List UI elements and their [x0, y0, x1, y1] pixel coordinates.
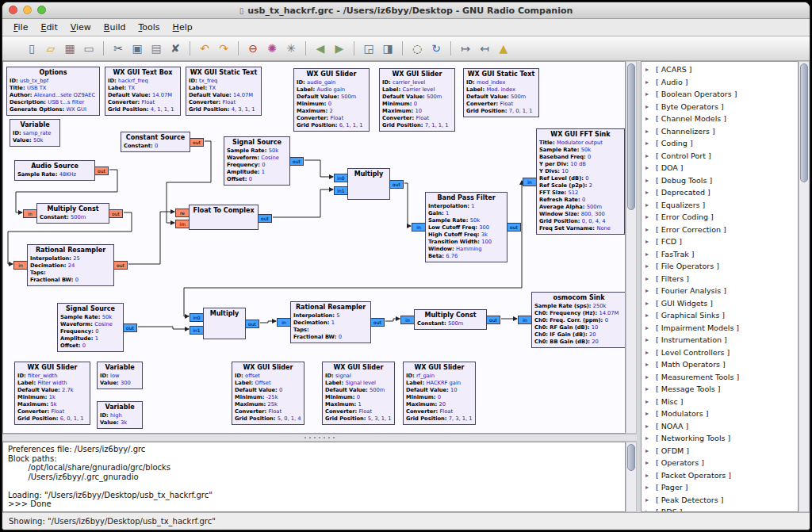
library-category-channelizers[interactable]: ▸[ Channelizers ] [642, 125, 798, 138]
library-category-channelmodels[interactable]: ▸[ Channel Models ] [642, 113, 798, 125]
menu-build[interactable]: Build [98, 21, 132, 34]
library-category-guiwidgets[interactable]: ▸[ GUI Widgets ] [642, 297, 798, 310]
library-category-instrumentation[interactable]: ▸[ Instrumentation ] [642, 334, 798, 346]
toolbar-disconnect-probe-button[interactable]: ↤ [476, 40, 493, 57]
toolbar-execute-button[interactable]: ✳ [282, 40, 300, 57]
block-rational-resampler-tx[interactable]: Rational ResamplerInterpolation: 5Decima… [290, 301, 371, 343]
library-category-errorcorrection[interactable]: ▸[ Error Correction ] [642, 224, 798, 236]
port-in1[interactable]: in1 [190, 326, 204, 335]
library-scrollbar-thumb[interactable] [800, 63, 808, 182]
block-audio-source[interactable]: Audio SourceSample Rate: 48KHzout [14, 160, 95, 181]
toolbar-parser-errors-button[interactable]: ▲ [495, 40, 512, 57]
toolbar-undo-button[interactable]: ↶ [196, 40, 213, 57]
library-category-mathoperators[interactable]: ▸[ Math Operators ] [642, 358, 798, 371]
canvas-console-splitter[interactable] [2, 434, 637, 442]
menu-help[interactable]: Help [167, 21, 199, 34]
library-category-networkingtools[interactable]: ▸[ Networking Tools ] [642, 432, 798, 445]
toolbar-screen-capture-button[interactable]: ◲ [360, 40, 377, 57]
toolbar-copy-button[interactable]: ▣ [128, 40, 146, 57]
block-variable-low[interactable]: VariableID: lowValue: 300 [97, 362, 143, 389]
library-category-booleanoperators[interactable]: ▸[ Boolean Operators ] [642, 88, 798, 101]
block-wx-gui-slider-carrier-level[interactable]: WX GUI SliderID: carrier_levelLabel: Car… [379, 68, 455, 132]
library-category-pager[interactable]: ▸[ Pager ] [642, 481, 798, 494]
library-category-misc[interactable]: ▸[ Misc ] [642, 396, 798, 408]
block-wx-gui-slider-signal[interactable]: WX GUI SliderID: signalLabel: Signal lev… [322, 362, 395, 425]
port-out[interactable]: out [486, 316, 500, 324]
library-category-levelcontrollers[interactable]: ▸[ Level Controllers ] [642, 346, 798, 359]
toolbar-save-button[interactable]: ▦ [61, 40, 79, 57]
block-multiply-mixer[interactable]: Multiplyin0in1out [203, 308, 246, 339]
block-wx-gui-slider-audio-gain[interactable]: WX GUI SliderID: audio_gainLabel: Audio … [293, 68, 370, 132]
library-category-fileoperators[interactable]: ▸[ File Operators ] [642, 260, 798, 273]
toolbar-redo-button[interactable]: ↷ [215, 40, 232, 57]
port-out[interactable]: out [370, 318, 385, 327]
library-scrollbar[interactable] [799, 61, 810, 512]
library-category-packetoperators[interactable]: ▸[ Packet Operators ] [642, 469, 798, 482]
port-out[interactable]: out [123, 323, 137, 332]
port-out[interactable]: out [190, 138, 204, 147]
library-category-messagetools[interactable]: ▸[ Message Tools ] [642, 383, 798, 396]
zoom-window-button[interactable] [37, 6, 46, 14]
block-rational-resampler-audio[interactable]: Rational ResamplerInterpolation: 25Decim… [27, 244, 114, 286]
port-out[interactable]: out [507, 223, 521, 232]
block-wx-gui-fft-sink[interactable]: WX GUI FFT SinkTitle: Modulator outputSa… [536, 128, 625, 235]
connection-signal-source2-to-multiply2-in1[interactable] [138, 327, 189, 329]
toolbar-connect-probe-button[interactable]: ↦ [457, 40, 474, 57]
port-in[interactable]: in [23, 209, 37, 218]
library-category-controlport[interactable]: ▸[ Control Port ] [642, 150, 798, 163]
library-category-impairmentmodels[interactable]: ▸[ Impairment Models ] [642, 322, 798, 335]
library-category-coding[interactable]: ▸[ Coding ] [642, 137, 798, 150]
toolbar-generate-button[interactable]: ✺ [263, 40, 281, 57]
library-category-operators[interactable]: ▸[ Operators ] [642, 457, 798, 469]
menu-edit[interactable]: Edit [34, 21, 63, 34]
block-signal-source-offset[interactable]: Signal SourceSample Rate: 50kWaveform: C… [57, 303, 124, 352]
connection-signal-source-to-multiply-in0[interactable] [304, 160, 333, 177]
library-category-acars[interactable]: ▸[ ACARS ] [642, 63, 798, 76]
connection-rational-resampler-to-multiply-const2[interactable] [385, 319, 400, 321]
minimize-window-button[interactable] [23, 6, 32, 14]
library-category-measurementtools[interactable]: ▸[ Measurement Tools ] [642, 371, 798, 384]
block-variable-high[interactable]: VariableID: highValue: 3k [97, 401, 143, 429]
library-category-deprecated[interactable]: ▸[ Deprecated ] [642, 186, 798, 199]
toolbar-errors-button[interactable]: ⊖ [244, 40, 262, 57]
block-options[interactable]: OptionsID: usb_tx_bpfTitle: USB TXAuthor… [6, 67, 100, 116]
toolbar-new-button[interactable]: ▯ [23, 40, 40, 57]
library-category-fourieranalysis[interactable]: ▸[ Fourier Analysis ] [642, 285, 798, 297]
block-float-to-complex[interactable]: Float To Complexreimout [189, 205, 259, 230]
port-in[interactable]: in [400, 316, 415, 324]
block-band-pass-filter[interactable]: Band Pass FilterInterpolation: 1Gain: 1S… [425, 192, 508, 262]
toolbar-print-button[interactable]: ▭ [80, 40, 98, 57]
port-out[interactable]: out [109, 209, 123, 218]
menu-file[interactable]: File [7, 21, 34, 34]
toolbar-find-button[interactable]: ◌ [408, 40, 426, 57]
connection-rational-resampler-to-float-to-complex-re[interactable] [128, 212, 174, 264]
block-multiply-const-audio[interactable]: Multiply ConstConstant: 500minout [36, 203, 109, 224]
port-re[interactable]: re [175, 209, 190, 217]
console-scrollbar[interactable] [626, 442, 637, 512]
block-wx-gui-static-text-tx-freq[interactable]: WX GUI Static TextID: tx_freqLabel: TXDe… [186, 67, 262, 116]
block-wx-gui-static-text-mod-index[interactable]: WX GUI Static TextID: mod_indexLabel: Mo… [463, 68, 539, 117]
library-category-filters[interactable]: ▸[ Filters ] [642, 273, 798, 285]
port-out[interactable]: out [289, 157, 304, 166]
library-category-ofdm[interactable]: ▸[ OFDM ] [642, 445, 798, 457]
library-category-graphicalsinks[interactable]: ▸[ Graphical Sinks ] [642, 309, 798, 322]
toolbar-cut-button[interactable]: ✂ [109, 40, 127, 57]
menu-tools[interactable]: Tools [132, 21, 166, 34]
block-wx-gui-slider-rf-gain[interactable]: WX GUI SliderID: rf_gainLabel: HACKRF ga… [403, 362, 476, 425]
canvas-scrollbar-thumb[interactable] [627, 63, 635, 210]
block-constant-source[interactable]: Constant SourceConstant: 0out [121, 132, 190, 152]
block-wx-gui-slider-filter-width[interactable]: WX GUI SliderID: filter_widthLabel: Filt… [14, 362, 90, 425]
library-category-audio[interactable]: ▸[ Audio ] [642, 76, 798, 89]
library-category-fcd[interactable]: ▸[ FCD ] [642, 235, 798, 248]
port-in[interactable]: in [277, 318, 291, 327]
port-out[interactable]: out [94, 166, 109, 175]
block-signal-source-carrier[interactable]: Signal SourceSample Rate: 50kWaveform: C… [224, 136, 290, 186]
port-out[interactable]: out [113, 261, 128, 270]
connection-float-to-complex-to-multiply-in1[interactable] [273, 189, 333, 217]
library-category-rds[interactable]: ▸[ RDS ] [642, 506, 798, 512]
connection-multiply-to-band-pass-filter[interactable] [404, 183, 411, 226]
toolbar-reload-button[interactable]: ↻ [427, 40, 445, 57]
library-category-noaa[interactable]: ▸[ NOAA ] [642, 420, 798, 433]
toolbar-delete-button[interactable]: ✘ [167, 40, 184, 57]
toolbar-forward-button[interactable]: ▶ [331, 40, 348, 57]
